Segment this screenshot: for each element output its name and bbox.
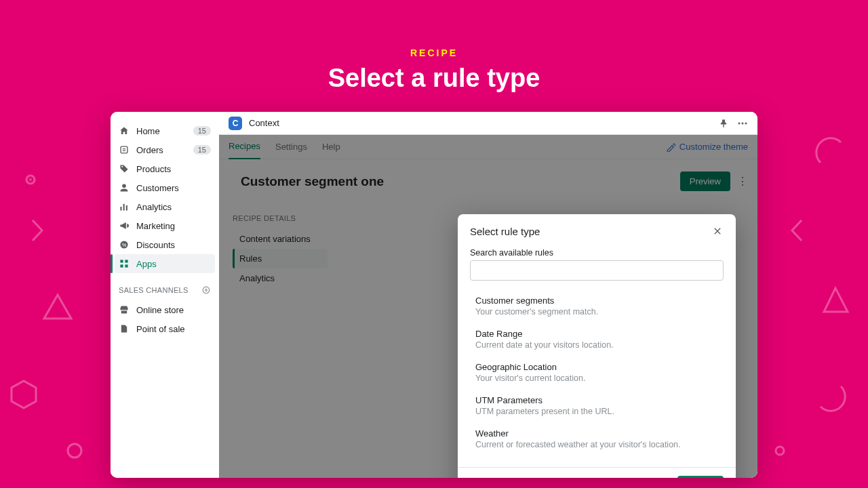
rule-desc: Current or forecasted weather at your vi… xyxy=(475,440,724,449)
svg-marker-2 xyxy=(12,381,36,408)
rule-title: Date Range xyxy=(475,329,724,339)
rule-desc: Your visitor's current location. xyxy=(475,373,724,383)
sidebar-item-marketing[interactable]: Marketing xyxy=(111,216,219,235)
rule-title: Customer segments xyxy=(475,296,724,306)
svg-rect-8 xyxy=(123,204,125,211)
orders-icon xyxy=(119,144,130,155)
rule-list: Customer segments Your customer's segmen… xyxy=(470,290,724,456)
app-window: Home 15 Orders 15 Products Customers Ana… xyxy=(111,112,757,478)
rule-title: UTM Parameters xyxy=(475,395,724,405)
marketing-icon xyxy=(119,220,130,231)
sidebar-item-label: Home xyxy=(136,126,186,136)
analytics-icon xyxy=(119,201,130,212)
nav-badge: 15 xyxy=(193,126,211,136)
sidebar-channels-heading: SALES CHANNELS xyxy=(111,273,219,300)
rule-option-date-range[interactable]: Date Range Current date at your visitors… xyxy=(470,323,724,357)
topbar: C Context xyxy=(219,112,757,135)
svg-rect-12 xyxy=(120,260,123,262)
rule-option-geographic-location[interactable]: Geographic Location Your visitor's curre… xyxy=(470,357,724,390)
app-logo: C xyxy=(229,117,242,130)
rule-desc: Current date at your visitors location. xyxy=(475,340,724,350)
modal-title: Select rule type xyxy=(470,226,711,237)
sidebar-item-label: Analytics xyxy=(136,202,211,212)
svg-point-4 xyxy=(776,447,784,455)
hero-eyebrow: RECIPE xyxy=(0,47,868,58)
svg-point-0 xyxy=(26,176,35,184)
sidebar-item-label: Marketing xyxy=(136,221,211,231)
hero: RECIPE Select a rule type xyxy=(0,0,868,93)
sidebar-item-label: Orders xyxy=(136,145,186,155)
pos-icon xyxy=(119,323,130,334)
modal-footer: Cancel xyxy=(458,467,736,478)
svg-rect-7 xyxy=(120,207,121,211)
sidebar-item-label: Apps xyxy=(136,259,211,269)
svg-point-1 xyxy=(29,178,32,181)
sidebar-item-home[interactable]: Home 15 xyxy=(111,121,219,140)
sidebar-heading-text: SALES CHANNELS xyxy=(119,286,189,294)
modal-body: Search available rules Customer segments… xyxy=(458,245,736,467)
apps-icon xyxy=(119,258,130,269)
sidebar-item-discounts[interactable]: % Discounts xyxy=(111,235,219,254)
rule-title: Geographic Location xyxy=(475,362,724,372)
svg-point-18 xyxy=(742,122,744,124)
search-label: Search available rules xyxy=(470,248,724,258)
rule-option-weather[interactable]: Weather Current or forecasted weather at… xyxy=(470,423,724,456)
app-title: Context xyxy=(249,118,711,128)
sidebar-item-label: Point of sale xyxy=(136,324,211,334)
customers-icon xyxy=(119,182,130,193)
sidebar-item-label: Products xyxy=(136,164,211,174)
sidebar-item-analytics[interactable]: Analytics xyxy=(111,197,219,216)
discounts-icon: % xyxy=(119,239,130,250)
modal-header: Select rule type xyxy=(458,214,736,245)
svg-point-17 xyxy=(738,122,741,124)
rule-title: Weather xyxy=(475,428,724,439)
add-channel-icon[interactable] xyxy=(201,285,211,295)
rule-desc: Your customer's segment match. xyxy=(475,307,724,317)
sidebar-item-online-store[interactable]: Online store xyxy=(111,300,219,319)
sidebar-item-apps[interactable]: Apps xyxy=(115,254,215,273)
products-icon xyxy=(119,163,130,174)
svg-text:%: % xyxy=(122,243,126,247)
sidebar: Home 15 Orders 15 Products Customers Ana… xyxy=(111,112,219,478)
rule-desc: UTM parameters present in the URL. xyxy=(475,407,724,416)
sidebar-item-customers[interactable]: Customers xyxy=(111,178,219,197)
search-input[interactable] xyxy=(470,260,724,281)
rule-option-customer-segments[interactable]: Customer segments Your customer's segmen… xyxy=(470,290,724,323)
sidebar-item-label: Discounts xyxy=(136,240,211,250)
svg-rect-15 xyxy=(125,264,127,267)
svg-point-3 xyxy=(68,444,81,458)
sidebar-item-pos[interactable]: Point of sale xyxy=(111,319,219,338)
svg-rect-13 xyxy=(125,260,127,262)
store-icon xyxy=(119,304,130,315)
more-icon[interactable] xyxy=(737,118,748,129)
sidebar-item-products[interactable]: Products xyxy=(111,159,219,178)
svg-rect-14 xyxy=(120,264,123,267)
home-icon xyxy=(119,125,130,136)
svg-rect-5 xyxy=(121,146,127,153)
select-rule-modal: Select rule type Search available rules … xyxy=(458,214,736,478)
nav-badge: 15 xyxy=(193,145,211,155)
svg-point-6 xyxy=(122,184,126,188)
rule-option-utm-parameters[interactable]: UTM Parameters UTM parameters present in… xyxy=(470,390,724,423)
sidebar-item-label: Online store xyxy=(136,305,211,315)
sidebar-item-label: Customers xyxy=(136,183,211,193)
hero-title: Select a rule type xyxy=(0,64,868,93)
main-panel: C Context Recipes Settings Help Customiz… xyxy=(219,112,757,478)
svg-point-19 xyxy=(745,122,747,124)
svg-rect-9 xyxy=(126,205,127,211)
pin-icon[interactable] xyxy=(718,118,729,129)
cancel-button[interactable]: Cancel xyxy=(677,476,724,478)
sidebar-item-orders[interactable]: Orders 15 xyxy=(111,140,219,159)
close-icon[interactable] xyxy=(711,225,724,237)
